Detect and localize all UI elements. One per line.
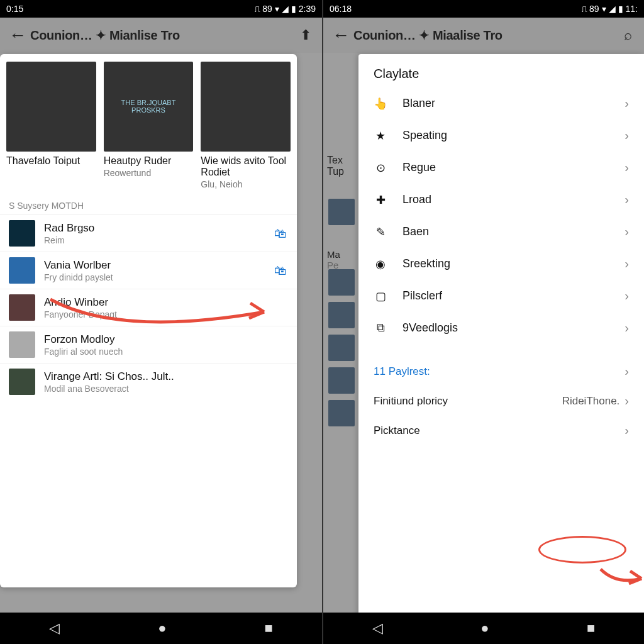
page-title: Counion… ✦ Mianlise Tro — [30, 28, 294, 43]
chevron-right-icon: › — [625, 192, 629, 207]
status-right: ⎍ 89 ▾ ◢ ▮ 2:39 — [255, 4, 316, 14]
bookmark-icon[interactable]: 🛍 — [273, 226, 288, 241]
usb-icon: ⎍ — [582, 4, 587, 14]
menu-item-label: Regue — [402, 161, 609, 174]
bg-thumb — [328, 400, 355, 426]
menu-item-icon: ▢ — [374, 289, 387, 303]
status-bar: 06:18 ⎍ 89 ▾ ◢ ▮ 11: — [323, 0, 644, 18]
page-title: Counion… ✦ Miaalise Tro — [353, 28, 616, 43]
battery-icon: ▮ — [618, 4, 623, 14]
wifi-icon: ▾ — [275, 4, 279, 14]
list-item[interactable]: Andio WinberFanyooner Depagt — [0, 289, 297, 326]
thumb-item-1[interactable]: THE BR.JQUABT PROSKRS Heautpy Ruder Reow… — [104, 62, 194, 189]
item-title: Forzon Modloy — [44, 333, 288, 346]
chevron-right-icon: › — [625, 364, 629, 379]
menu-item-icon: ⧉ — [374, 321, 387, 335]
phone-right: 06:18 ⎍ 89 ▾ ◢ ▮ 11: ← Counion… ✦ Miaali… — [322, 0, 644, 644]
setting-label: Finitiund ploricy — [374, 395, 448, 408]
thumbnail — [9, 294, 35, 321]
section-header: S Suysery MOTDH — [0, 189, 297, 214]
menu-item-label: Speating — [402, 129, 609, 142]
chevron-right-icon: › — [625, 321, 629, 335]
bookmark-icon[interactable]: 🛍 — [273, 264, 288, 278]
menu-item-label: Picktance — [374, 425, 420, 437]
list-item[interactable]: Vania WorlberFry dinidd payslet 🛍 — [0, 252, 297, 289]
nav-home-icon[interactable]: ● — [480, 620, 489, 636]
thumb-title: Thavefalo Toiput — [6, 155, 96, 167]
poster-text: THE BR.JQUABT PROSKRS — [106, 99, 191, 114]
bg-thumb — [328, 269, 355, 296]
menu-link-playlists[interactable]: 11 Paylrest: › — [358, 357, 644, 386]
list-item[interactable]: Virange Artl: Si Chos.. Jult..Modil ana … — [0, 363, 297, 400]
menu-item-2[interactable]: ⊙Regue› — [358, 152, 644, 184]
back-button[interactable]: ← — [328, 25, 353, 45]
bg-text-line: Ma — [327, 249, 340, 260]
signal-icon: ◢ — [609, 4, 616, 14]
thumb-subtitle: Reowertund — [104, 168, 194, 178]
list: Rad BrgsoReim 🛍 Vania WorlberFry dinidd … — [0, 214, 297, 587]
menu-item-7[interactable]: ⧉9Veedlogis› — [358, 312, 644, 344]
thumbnail-image — [6, 62, 96, 152]
thumb-title: Heautpy Ruder — [104, 155, 194, 167]
item-title: Virange Artl: Si Chos.. Jult.. — [44, 370, 288, 383]
battery-icon: ▮ — [291, 4, 296, 14]
menu-setting-row[interactable]: Finitiund ploricy RideiThone. › — [358, 386, 644, 416]
menu-item-label: 9Veedlogis — [402, 321, 609, 335]
menu-item-icon: ✚ — [374, 193, 387, 207]
screen-right: ← Counion… ✦ Miaalise Tro ⌕ Tex Tup Ma P… — [323, 18, 644, 644]
menu-item-last[interactable]: Picktance › — [358, 416, 644, 445]
bg-thumb — [328, 302, 355, 328]
menu-item-3[interactable]: ✚Lroad› — [358, 184, 644, 216]
thumb-subtitle: Glu, Neioh — [201, 179, 291, 189]
status-time: 0:15 — [6, 4, 23, 14]
chevron-right-icon: › — [625, 225, 629, 239]
list-item[interactable]: Rad BrgsoReim 🛍 — [0, 214, 297, 252]
app-header: ← Counion… ✦ Mianlise Tro ⬆ — [0, 18, 322, 53]
item-subtitle: Fagliri al soot nuech — [44, 347, 288, 357]
nav-back-icon[interactable]: ◁ — [372, 620, 383, 636]
item-title: Andio Winber — [44, 296, 288, 309]
menu-item-icon: ✎ — [374, 225, 387, 239]
back-button[interactable]: ← — [5, 25, 30, 45]
search-icon[interactable]: ⌕ — [616, 24, 639, 47]
thumbnail-image — [201, 62, 291, 152]
item-subtitle: Fanyooner Depagt — [44, 309, 288, 319]
android-navbar: ◁ ● ■ — [0, 613, 322, 644]
list-item[interactable]: Forzon ModloyFagliri al soot nuech — [0, 326, 297, 363]
nav-recent-icon[interactable]: ■ — [587, 620, 595, 636]
item-subtitle: Modil ana Besoveract — [44, 384, 288, 394]
share-icon[interactable]: ⬆ — [294, 24, 317, 47]
bg-text: Ma Pe — [327, 249, 340, 270]
nav-home-icon[interactable]: ● — [158, 620, 166, 636]
chevron-right-icon: › — [625, 128, 629, 143]
menu-item-icon: ⊙ — [374, 161, 387, 175]
phone-left: 0:15 ⎍ 89 ▾ ◢ ▮ 2:39 ← Counion… ✦ Mianli… — [0, 0, 322, 644]
menu-title: Claylate — [358, 54, 644, 87]
menu-item-6[interactable]: ▢Pilsclerf› — [358, 280, 644, 312]
background-strip — [323, 54, 358, 644]
chevron-right-icon: › — [625, 160, 629, 175]
android-navbar: ◁ ● ■ — [323, 613, 644, 644]
status-right: ⎍ 89 ▾ ◢ ▮ 11: — [582, 4, 638, 14]
bg-text: Tex Tup — [327, 155, 344, 177]
chevron-right-icon: › — [625, 394, 629, 408]
menu-item-icon: 👆 — [374, 97, 387, 111]
bg-text-line: Tex — [327, 155, 344, 166]
thumb-item-2[interactable]: Wie wids avito Tool Rodiet Glu, Neioh — [201, 62, 291, 189]
menu-sheet: Claylate 👆Blaner›★Speating›⊙Regue›✚Lroad… — [358, 54, 644, 644]
menu-item-4[interactable]: ✎Baen› — [358, 216, 644, 248]
nav-recent-icon[interactable]: ■ — [265, 620, 273, 636]
battery-pct: 89 — [589, 4, 599, 14]
thumbnail-image: THE BR.JQUABT PROSKRS — [104, 62, 194, 152]
menu-item-5[interactable]: ◉Sreekting› — [358, 248, 644, 280]
menu-item-label: Baen — [402, 225, 609, 238]
menu-item-icon: ★ — [374, 129, 387, 143]
menu-item-label: Lroad — [402, 193, 609, 206]
thumb-item-0[interactable]: Thavefalo Toiput — [6, 62, 96, 189]
bg-thumb — [328, 335, 355, 361]
status-clock: 11: — [626, 4, 638, 14]
menu-item-0[interactable]: 👆Blaner› — [358, 87, 644, 119]
status-time: 06:18 — [330, 4, 352, 14]
menu-item-1[interactable]: ★Speating› — [358, 119, 644, 152]
nav-back-icon[interactable]: ◁ — [49, 620, 60, 636]
